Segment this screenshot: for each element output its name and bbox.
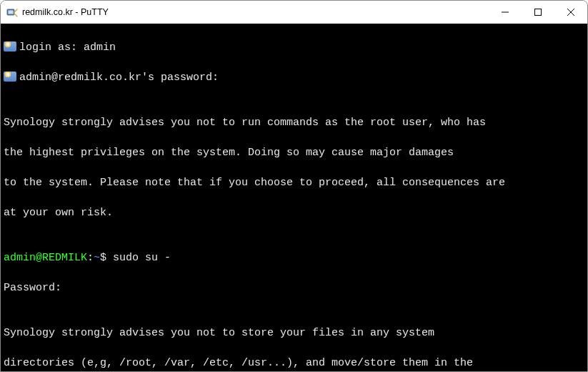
terminal-line: directories (e,g, /root, /var, /etc, /us… (4, 356, 584, 371)
terminal-line: the highest privileges on the system. Do… (4, 145, 584, 160)
window-controls (489, 1, 587, 24)
terminal-prompt: admin@REDMILK:~$ sudo su - (4, 250, 584, 265)
terminal-line: login as: admin (4, 40, 584, 55)
putty-window: redmilk.co.kr - PuTTY login as: admin ad… (0, 0, 588, 372)
terminal-line: Synology strongly advises you not to sto… (4, 326, 584, 341)
putty-icon (6, 6, 18, 18)
minimize-button[interactable] (489, 1, 522, 24)
terminal-line: Synology strongly advises you not to run… (4, 115, 584, 130)
svg-rect-2 (535, 9, 542, 16)
close-button[interactable] (554, 1, 587, 24)
window-title: redmilk.co.kr - PuTTY (22, 7, 489, 17)
terminal-line: at your own risk. (4, 205, 584, 220)
terminal-line: Password: (4, 280, 584, 295)
titlebar[interactable]: redmilk.co.kr - PuTTY (1, 1, 587, 24)
terminal-line: admin@redmilk.co.kr's password: (4, 70, 584, 85)
maximize-button[interactable] (522, 1, 554, 24)
svg-rect-1 (9, 11, 14, 14)
terminal-area[interactable]: login as: admin admin@redmilk.co.kr's pa… (1, 24, 587, 371)
terminal-line: to the system. Please note that if you c… (4, 175, 584, 190)
